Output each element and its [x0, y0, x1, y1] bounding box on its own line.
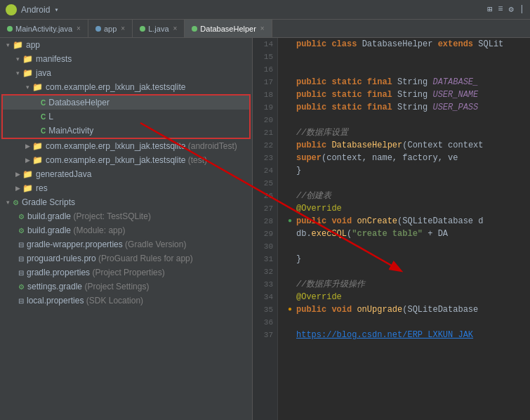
sidebar-item-databasehelper[interactable]: C DatabaseHelper: [3, 96, 249, 110]
code-35: public void onUpgrade(SQLiteDatabase: [296, 303, 478, 316]
ln-19: 19: [253, 101, 273, 114]
top-bar-icons: ⊞ ≡ ⚙ |: [487, 4, 524, 15]
code-line-29: db.execSQL("create table" + DA: [284, 228, 524, 240]
arrow-gradle-scripts: ▾: [3, 199, 13, 206]
tab-app[interactable]: app ×: [88, 20, 133, 37]
folder-icon-test: 📁: [32, 155, 43, 165]
ln-22: 22: [253, 139, 273, 152]
editor: 14 15 16 17 18 19 20 21 22 23 24 25 26 2…: [253, 38, 530, 420]
gradle-file-icon-2: ⚙: [18, 227, 25, 235]
ln-27: 27: [253, 202, 273, 215]
folder-icon-package: 📁: [32, 82, 43, 92]
code-line-14: public class DatabaseHelper extends SQLi…: [284, 38, 524, 51]
sidebar-label-app: app: [26, 40, 40, 50]
code-line-26: //创建表: [284, 190, 524, 202]
tab-mainactivity[interactable]: MainActivity.java ×: [0, 20, 88, 37]
ln-33: 33: [253, 278, 273, 291]
sidebar-label-gradle-scripts: Gradle Scripts: [22, 197, 75, 207]
code-19: public static final String USER_PASS: [296, 101, 478, 114]
icon-settings[interactable]: ⚙: [509, 4, 514, 15]
code-line-17: public static final String DATABASE_: [284, 76, 524, 88]
code-line-20: [284, 114, 524, 126]
gradle-file-icon-3: ⚙: [18, 283, 25, 291]
sidebar-item-l[interactable]: C L: [3, 110, 249, 124]
sidebar-item-test[interactable]: ▶ 📁 com.example.erp_lxkun_jak.testsqlite…: [0, 153, 252, 167]
sidebar-item-app[interactable]: ▾ 📁 app: [0, 38, 252, 52]
sidebar-label-androidtest: com.example.erp_lxkun_jak.testsqlite (an…: [46, 141, 237, 151]
props-icon-3: ⊟: [18, 269, 24, 277]
icon-menu[interactable]: ≡: [498, 4, 503, 15]
tab-dot-ljava: [140, 26, 145, 32]
tab-close-ljava[interactable]: ×: [173, 25, 178, 32]
highlight-box: C DatabaseHelper C L C MainActivity: [1, 94, 251, 139]
code-line-16: [284, 63, 524, 76]
tab-databasehelper[interactable]: DatabaseHelper ×: [185, 20, 272, 37]
code-33: //数据库升级操作: [296, 278, 365, 291]
code-line-35: ● public void onUpgrade(SQLiteDatabase: [284, 303, 524, 316]
sidebar-item-build-gradle-project[interactable]: ⚙ build.gradle (Project: TestSQLite): [0, 209, 252, 223]
folder-icon-app: 📁: [13, 40, 23, 50]
sidebar-item-java[interactable]: ▾ 📁 java: [0, 66, 252, 80]
sidebar-label-l: L: [48, 112, 53, 122]
sidebar-item-settings-gradle[interactable]: ⚙ settings.gradle (Project Settings): [0, 280, 252, 294]
sidebar-label-package: com.example.erp_lxkun_jak.testsqlite: [46, 82, 185, 92]
sidebar-item-res[interactable]: ▶ 📁 res: [0, 181, 252, 195]
code-area: 14 15 16 17 18 19 20 21 22 23 24 25 26 2…: [253, 38, 530, 420]
code-line-36: [284, 316, 524, 329]
code-line-21: //数据库设置: [284, 126, 524, 139]
code-line-24: }: [284, 164, 524, 177]
class-icon-l: C: [41, 113, 46, 121]
folder-icon-res: 📁: [22, 183, 33, 193]
ln-25: 25: [253, 177, 273, 190]
folder-icon-java: 📁: [22, 68, 33, 78]
tab-label-ljava: L.java: [148, 25, 168, 33]
code-line-31: }: [284, 253, 524, 265]
sidebar-item-gradle-wrapper[interactable]: ⊟ gradle-wrapper.properties (Gradle Vers…: [0, 237, 252, 251]
top-bar: Android ▾ ⊞ ≡ ⚙ |: [0, 0, 530, 20]
gradle-file-icon-1: ⚙: [18, 213, 25, 221]
sidebar-item-proguard[interactable]: ⊟ proguard-rules.pro (ProGuard Rules for…: [0, 251, 252, 265]
platform-dropdown[interactable]: ▾: [54, 6, 58, 14]
arrow-res: ▶: [13, 185, 22, 192]
android-icon: [6, 4, 17, 15]
folder-icon-generatedjava: 📁: [22, 169, 33, 179]
tab-ljava[interactable]: L.java ×: [133, 20, 185, 37]
tab-label-databasehelper: DatabaseHelper: [200, 25, 256, 33]
sidebar-item-androidtest[interactable]: ▶ 📁 com.example.erp_lxkun_jak.testsqlite…: [0, 139, 252, 153]
code-line-30: [284, 240, 524, 253]
code-line-25: [284, 177, 524, 190]
code-17: public static final String DATABASE_: [296, 76, 478, 88]
sidebar-item-manifests[interactable]: ▾ 📁 manifests: [0, 52, 252, 66]
code-line-32: [284, 265, 524, 278]
code-14: public class DatabaseHelper extends SQLi…: [296, 38, 503, 51]
tab-close-databasehelper[interactable]: ×: [260, 25, 265, 32]
code-31: }: [296, 253, 301, 265]
arrow-package: ▾: [22, 84, 32, 91]
sidebar-item-build-gradle-app[interactable]: ⚙ build.gradle (Module: app): [0, 223, 252, 237]
code-37[interactable]: https://blog.csdn.net/ERP_LXKUN_JAK: [296, 329, 473, 341]
sidebar-label-generatedjava: generatedJava: [36, 169, 91, 179]
sidebar-item-local-props[interactable]: ⊟ local.properties (SDK Location): [0, 294, 252, 308]
ln-14: 14: [253, 38, 273, 51]
tab-dot-app: [95, 26, 101, 32]
sidebar-item-mainactivity[interactable]: C MainActivity: [3, 124, 249, 138]
tab-dot-databasehelper: [192, 26, 197, 32]
line-numbers: 14 15 16 17 18 19 20 21 22 23 24 25 26 2…: [253, 38, 278, 420]
tab-bar: MainActivity.java × app × L.java × Datab…: [0, 20, 530, 38]
sidebar-item-package[interactable]: ▾ 📁 com.example.erp_lxkun_jak.testsqlite: [0, 80, 252, 94]
sidebar-label-manifests: manifests: [36, 54, 72, 64]
props-icon-1: ⊟: [18, 241, 24, 249]
ln-23: 23: [253, 152, 273, 164]
ln-15: 15: [253, 51, 273, 63]
sidebar-label-gradle-props: gradle.properties (Project Properties): [27, 268, 165, 277]
sidebar-item-gradle-props[interactable]: ⊟ gradle.properties (Project Properties): [0, 265, 252, 280]
code-21: //数据库设置: [296, 126, 348, 139]
ln-36: 36: [253, 316, 273, 329]
sidebar: ▾ 📁 app ▾ 📁 manifests ▾ 📁 java ▾ 📁 com.e…: [0, 38, 253, 420]
tab-close-app[interactable]: ×: [121, 25, 125, 32]
sidebar-item-gradle-scripts[interactable]: ▾ ⚙ Gradle Scripts: [0, 195, 252, 209]
sidebar-item-generatedjava[interactable]: ▶ 📁 generatedJava: [0, 167, 252, 181]
tab-close-mainactivity[interactable]: ×: [77, 25, 81, 32]
icon-grid[interactable]: ⊞: [487, 4, 492, 15]
class-icon-mainactivity: C: [41, 127, 46, 135]
